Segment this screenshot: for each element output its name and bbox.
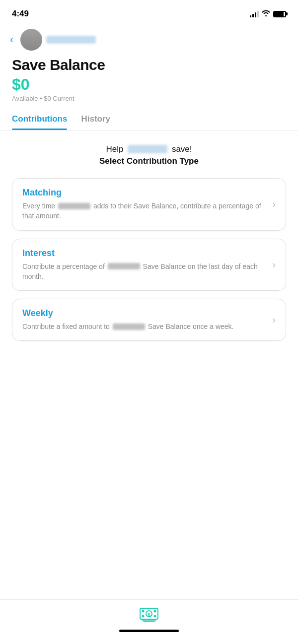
- status-bar: 4:49: [0, 0, 298, 25]
- chevron-right-icon: ›: [272, 259, 276, 270]
- card-interest[interactable]: Interest Contribute a percentage of Save…: [12, 239, 286, 291]
- status-time: 4:49: [12, 9, 29, 19]
- bottom-tab-bar: $: [0, 600, 298, 626]
- svg-text:$: $: [148, 612, 150, 617]
- header-nav: ‹: [0, 25, 298, 53]
- card-weekly-description: Contribute a fixed amount to Save Balanc…: [22, 322, 266, 331]
- card-matching-title: Matching: [22, 188, 266, 198]
- tabs-container: Contributions History: [0, 106, 298, 130]
- balance-amount: $0: [12, 75, 286, 94]
- svg-point-5: [142, 615, 145, 618]
- tab-history[interactable]: History: [81, 114, 110, 130]
- card-matching-text: Matching Every time adds to their Save B…: [22, 188, 272, 221]
- home-indicator: [119, 630, 179, 632]
- page-title-section: Save Balance $0 Available • $0 Current: [0, 53, 298, 102]
- status-icons: [250, 10, 286, 18]
- bottom-money-tab[interactable]: $: [139, 606, 159, 622]
- name-blur-weekly: [113, 323, 145, 330]
- card-weekly-text: Weekly Contribute a fixed amount to Save…: [22, 308, 272, 331]
- balance-sub: Available • $0 Current: [12, 95, 286, 102]
- chevron-right-icon: ›: [272, 198, 276, 210]
- svg-point-6: [154, 615, 156, 618]
- help-name-blur: [128, 145, 167, 153]
- chevron-right-icon: ›: [272, 314, 276, 325]
- avatar: [20, 29, 42, 51]
- page-title: Save Balance: [12, 57, 286, 73]
- back-button[interactable]: ‹: [10, 33, 13, 46]
- card-matching-description: Every time adds to their Save Balance, c…: [22, 201, 266, 221]
- user-name-blurred: [46, 36, 96, 44]
- svg-point-3: [142, 610, 145, 613]
- bottom-section: $: [0, 599, 298, 644]
- card-interest-text: Interest Contribute a percentage of Save…: [22, 248, 272, 282]
- card-interest-title: Interest: [22, 248, 266, 258]
- content-area: Help save! Select Contribution Type Matc…: [0, 130, 298, 341]
- user-profile-header[interactable]: [20, 29, 96, 51]
- card-weekly[interactable]: Weekly Contribute a fixed amount to Save…: [12, 299, 286, 341]
- name-blur-interest: [108, 263, 140, 269]
- battery-icon: [273, 11, 286, 17]
- svg-point-4: [154, 610, 156, 613]
- name-blur-matching: [58, 203, 90, 209]
- card-matching[interactable]: Matching Every time adds to their Save B…: [12, 178, 286, 231]
- select-type-text: Select Contribution Type: [12, 156, 286, 166]
- wifi-icon: [262, 10, 270, 18]
- help-text: Help save!: [12, 144, 286, 154]
- signal-icon: [250, 10, 259, 17]
- card-weekly-title: Weekly: [22, 308, 266, 319]
- money-icon: $: [139, 606, 159, 622]
- tab-contributions[interactable]: Contributions: [12, 114, 67, 130]
- card-interest-description: Contribute a percentage of Save Balance …: [22, 261, 266, 282]
